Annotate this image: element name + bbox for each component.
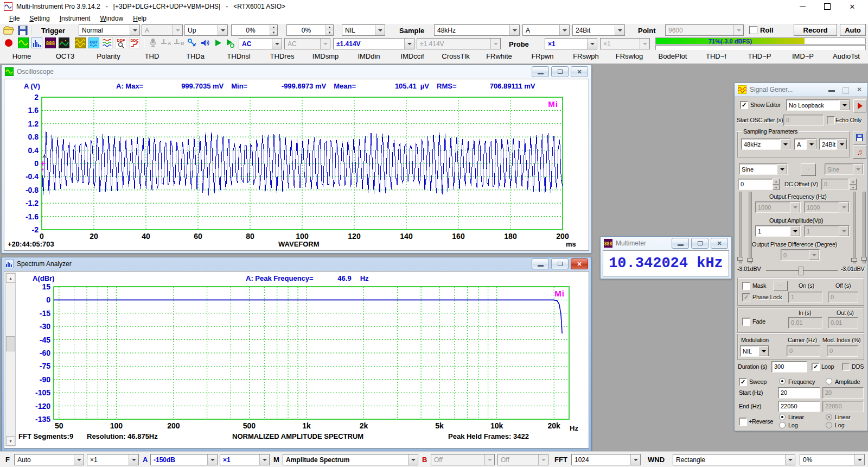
sg-maximize-icon[interactable]	[843, 87, 849, 94]
status-a-gain-combo[interactable]: ×1	[220, 454, 270, 465]
dc-a-spinner[interactable]: ▲▼	[773, 179, 780, 190]
trigger-level-spin[interactable]: 0%▲▼	[231, 24, 278, 36]
sg-channel-combo[interactable]: A	[794, 138, 817, 150]
slider-a-right[interactable]	[749, 192, 752, 263]
start-a-input[interactable]: 20	[778, 387, 820, 399]
trigger-nil-combo[interactable]: NIL	[342, 24, 385, 36]
status-b-mode-combo[interactable]: Off	[431, 454, 495, 465]
tab-imdccif[interactable]: IMDccif	[391, 50, 434, 64]
sg-save-button[interactable]	[853, 131, 866, 144]
tab-oct3[interactable]: OCT3	[43, 50, 87, 64]
menu-window[interactable]: Window	[95, 14, 128, 23]
dds-checkbox[interactable]	[842, 363, 850, 371]
fade-checkbox[interactable]	[742, 318, 750, 326]
microphone-icon[interactable]	[148, 37, 158, 48]
tab-frswlog[interactable]: FRswlog	[608, 50, 651, 64]
linear-a-radio[interactable]	[779, 414, 786, 420]
sample-channel-combo[interactable]: A	[522, 24, 570, 36]
multimeter-close-icon[interactable]: ✕	[711, 238, 728, 249]
tab-imdsmp[interactable]: IMDsmp	[304, 50, 347, 64]
oscilloscope-maximize-icon[interactable]	[551, 66, 569, 77]
wave-editor-button[interactable]: ...	[801, 163, 816, 176]
trigger-delay-spin[interactable]: 0%▲▼	[286, 24, 334, 36]
oscilloscope-minimize-icon[interactable]	[532, 66, 549, 77]
record-button[interactable]: Record	[794, 24, 837, 36]
mask-off-input[interactable]: 0	[828, 292, 858, 303]
probe-a-combo[interactable]: ×1	[545, 38, 597, 49]
trigger-edge-combo[interactable]: Up	[184, 24, 228, 36]
show-editor-checkbox[interactable]: ✓	[740, 101, 748, 109]
tab-thdnsl[interactable]: THDnsl	[217, 50, 260, 64]
carrier-input[interactable]: 0	[787, 345, 820, 357]
signal-generator-icon[interactable]	[75, 37, 86, 48]
maximize-icon[interactable]	[815, 0, 840, 13]
status-overlap-combo[interactable]: 0%	[800, 454, 865, 465]
probe-cal-icon[interactable]	[187, 37, 197, 48]
mask-more-button[interactable]: ...	[774, 281, 788, 291]
status-m-mode-combo[interactable]: Amplitude Spectrum	[283, 454, 418, 465]
wave-a-combo[interactable]: Sine	[739, 163, 788, 175]
point-combo[interactable]: 9600	[665, 24, 744, 36]
dc-a-input[interactable]: 0	[738, 179, 773, 190]
signal-generator-titlebar[interactable]: Signal Gener... ✕	[735, 83, 867, 97]
sg-close-icon[interactable]: ✕	[857, 86, 862, 94]
probe-b-combo[interactable]: ×1	[600, 38, 650, 49]
play-icon[interactable]	[213, 37, 224, 48]
oscilloscope-icon[interactable]	[18, 37, 29, 48]
modulation-combo[interactable]: NIL	[740, 345, 769, 357]
record-dot-icon[interactable]	[3, 37, 14, 48]
log-a-radio[interactable]	[779, 422, 786, 428]
sg-minimize-icon[interactable]	[828, 90, 835, 92]
tab-thd[interactable]: THD	[130, 50, 174, 64]
freq-b-combo[interactable]: 1000	[804, 201, 850, 213]
range-a-combo[interactable]: ±1.414V	[333, 38, 414, 49]
loop-checkbox[interactable]: ✓	[812, 363, 820, 371]
loopback-combo[interactable]: No Loopback	[786, 99, 850, 111]
oscilloscope-close-icon[interactable]: ✕	[571, 66, 588, 77]
tab-audiotst[interactable]: AudioTst	[825, 50, 868, 64]
sample-bits-combo[interactable]: 24Bit	[572, 24, 625, 36]
mask-on-input[interactable]: 1	[788, 292, 822, 303]
device-test-plan-icon[interactable]: DUT	[88, 37, 99, 48]
menu-file[interactable]: File	[4, 14, 24, 23]
sg-rate-combo[interactable]: 48kHz	[741, 138, 791, 150]
amp-a-combo[interactable]: 1	[755, 225, 801, 237]
tab-thdres[interactable]: THDres	[260, 50, 304, 64]
freq-a-combo[interactable]: 1000	[755, 201, 801, 213]
sg-tone-button[interactable]: ♫	[853, 145, 866, 159]
end-a-input[interactable]: 22050	[778, 401, 820, 412]
slider-b-left[interactable]	[853, 192, 856, 263]
menu-help[interactable]: Help	[128, 14, 151, 23]
spectrum-close-icon[interactable]: ✕	[571, 258, 588, 269]
play-loop-icon[interactable]	[225, 37, 235, 48]
fade-out-input[interactable]: 0.01	[828, 317, 858, 329]
echo-only-checkbox[interactable]	[827, 116, 835, 124]
status-f-mode-combo[interactable]: Auto	[14, 454, 84, 465]
status-a-range-combo[interactable]: -150dB	[150, 454, 218, 465]
log-b-radio[interactable]	[826, 422, 832, 428]
tab-home[interactable]: Home	[0, 50, 43, 64]
tab-frwhite[interactable]: FRwhite	[477, 50, 521, 64]
derived-data-curves-icon[interactable]	[102, 37, 113, 48]
menu-instrument[interactable]: Instrument	[55, 14, 95, 23]
duration-input[interactable]: 300	[771, 361, 807, 373]
tab-imd-p[interactable]: IMD~P	[781, 50, 825, 64]
range-b-combo[interactable]: ±1.414V	[417, 38, 501, 49]
ground-a-icon[interactable]: A	[161, 37, 171, 48]
tab-frpwn[interactable]: FRpwn	[521, 50, 564, 64]
open-file-icon[interactable]	[3, 25, 14, 36]
close-icon[interactable]: ✕	[840, 0, 865, 13]
mod-index-input[interactable]: 0	[827, 345, 858, 357]
sweep-amplitude-radio[interactable]	[826, 378, 832, 384]
save-icon[interactable]	[17, 25, 28, 36]
slider-b-right[interactable]	[863, 192, 866, 263]
sweep-frequency-radio[interactable]	[779, 378, 786, 384]
tab-frswph[interactable]: FRswph	[564, 50, 608, 64]
tab-crosstlk[interactable]: CrossTlk	[434, 50, 477, 64]
spectrum-analyzer-icon[interactable]	[31, 37, 42, 48]
tab-bodeplot[interactable]: BodePlot	[651, 50, 694, 64]
speaker-icon[interactable]	[200, 37, 210, 48]
spectrum-titlebar[interactable]: Spectrum Analyzer ✕	[2, 257, 591, 270]
wave-b-combo[interactable]: Sine	[825, 163, 864, 175]
spectrum-maximize-icon[interactable]	[551, 258, 569, 269]
